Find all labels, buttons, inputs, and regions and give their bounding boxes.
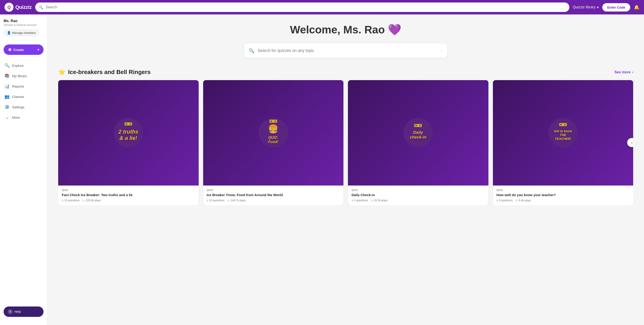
- thumbnail-text: QUIZ: Food!: [261, 134, 285, 146]
- questions-icon: ≡: [496, 199, 498, 202]
- help-icon: ?: [8, 309, 13, 314]
- search-icon: 🔍: [249, 48, 254, 53]
- sidebar-item-label: Explore: [12, 64, 24, 68]
- sidebar-item-classes[interactable]: 👥 Classes: [0, 91, 47, 102]
- card-badge: QUIZ: [62, 189, 195, 191]
- main-content: Welcome, Ms. Rao 💜 🔍 › ⭐ Ice-breakers an…: [47, 15, 644, 325]
- quiz-card[interactable]: B⚡S 2 truths & a lie! QUIZ Fact Check Ic…: [58, 80, 199, 205]
- cards-row: B⚡S 2 truths & a lie! QUIZ Fact Check Ic…: [58, 80, 633, 205]
- questions-icon: ≡: [352, 199, 353, 202]
- card-meta: ≡ 3 questions ▷ 63.3k plays: [352, 199, 485, 202]
- welcome-heading: Welcome, Ms. Rao 💜: [58, 24, 633, 36]
- plays-icon: ▷: [83, 199, 85, 202]
- plays-icon: ▷: [516, 199, 518, 202]
- sidebar-item-explore[interactable]: 🔍 Explore: [0, 60, 47, 71]
- sidebar-item-more[interactable]: ⌄ More: [0, 112, 47, 123]
- navbar-right: Quizziz library ▾ Enter Code 🔔: [573, 3, 640, 12]
- manage-icon: 👤: [7, 31, 11, 35]
- manage-label: Manage members: [12, 31, 36, 35]
- navbar: Q Quizziz 🔍 Quizziz library ▾ Enter Code…: [0, 0, 644, 15]
- chevron-right-icon: ›: [632, 70, 633, 74]
- manage-members-button[interactable]: 👤 Manage members: [4, 29, 39, 36]
- questions-icon: ≡: [62, 199, 63, 202]
- bts-badge: B⚡S: [124, 122, 132, 126]
- create-button[interactable]: ⊕ Create ▾: [4, 45, 44, 55]
- content-search-bar[interactable]: 🔍 ›: [244, 43, 447, 58]
- explore-icon: 🔍: [4, 63, 10, 68]
- card-plays: 8.4k plays: [519, 199, 531, 202]
- search-input[interactable]: [46, 5, 566, 9]
- sidebar-item-label: Settings: [12, 105, 24, 109]
- notification-bell-button[interactable]: 🔔: [634, 5, 640, 10]
- thumbnail-text: Daily check-in: [406, 128, 430, 142]
- create-label: Create: [13, 48, 24, 52]
- bts-badge: B⚡S: [559, 123, 567, 126]
- card-title: Daily Check-in: [352, 193, 485, 197]
- card-plays: 229.6k plays: [86, 199, 101, 202]
- card-thumbnail: B⚡S Get to know THE TEACHER!: [493, 80, 634, 186]
- bts-badge: B⚡S: [270, 120, 277, 123]
- heart-emoji: 💜: [388, 24, 401, 36]
- sidebar-item-label: Classes: [12, 95, 24, 99]
- quiz-search-input[interactable]: [258, 48, 438, 53]
- plays-icon: ▷: [371, 199, 373, 202]
- card-questions: 10 questions: [64, 199, 80, 202]
- card-title: How well do you know your teacher?: [496, 193, 630, 197]
- food-emoji: 🍔: [268, 124, 278, 134]
- star-icon: ⭐: [58, 69, 66, 76]
- see-more-button[interactable]: See more ›: [614, 70, 633, 74]
- card-meta: ≡ 10 questions ▷ 229.6k plays: [62, 199, 195, 202]
- card-meta: ≡ 10 questions ▷ 146.7k plays: [207, 199, 340, 202]
- card-badge: QUIZ: [496, 189, 630, 191]
- questions-icon: ≡: [207, 199, 208, 202]
- help-label: Help: [14, 310, 21, 313]
- card-meta: ≡ 5 questions ▷ 8.4k plays: [496, 199, 630, 202]
- section-header: ⭐ Ice-breakers and Bell Ringers See more…: [58, 69, 633, 76]
- thumbnail-text: Get to know THE TEACHER!: [551, 128, 575, 142]
- chevron-down-icon: ▾: [597, 5, 599, 10]
- user-section: Ms. Rao Schools & Districts account 👤 Ma…: [0, 19, 47, 41]
- user-name: Ms. Rao: [4, 19, 44, 23]
- settings-icon: ⚙️: [4, 105, 10, 110]
- navbar-search[interactable]: 🔍: [35, 3, 569, 12]
- classes-icon: 👥: [4, 94, 10, 99]
- sidebar-item-label: My library: [12, 74, 27, 78]
- chevron-down-icon: ▾: [38, 48, 39, 52]
- logo-text: Quizziz: [15, 4, 32, 10]
- card-plays: 63.3k plays: [374, 199, 388, 202]
- sidebar: Ms. Rao Schools & Districts account 👤 Ma…: [0, 15, 47, 325]
- main-layout: Ms. Rao Schools & Districts account 👤 Ma…: [0, 15, 644, 325]
- sidebar-item-settings[interactable]: ⚙️ Settings: [0, 102, 47, 112]
- thumbnail-text: 2 truths & a lie!: [116, 127, 140, 144]
- sidebar-item-reports[interactable]: 📊 Reports: [0, 81, 47, 91]
- quiz-card[interactable]: B⚡S Daily check-in QUIZ Daily Check-in ≡…: [348, 80, 488, 205]
- card-thumbnail: B⚡S Daily check-in: [348, 80, 488, 186]
- section-title: ⭐ Ice-breakers and Bell Ringers: [58, 69, 151, 76]
- sidebar-item-my-library[interactable]: 📚 My library: [0, 71, 47, 81]
- sidebar-item-label: Reports: [12, 84, 24, 88]
- library-button[interactable]: Quizziz library ▾: [573, 5, 599, 10]
- chevron-down-icon: ⌄: [4, 115, 10, 120]
- logo-icon: Q: [4, 3, 14, 12]
- card-badge: QUIZ: [352, 189, 485, 191]
- search-icon: 🔍: [39, 5, 43, 10]
- library-label: Quizziz library: [573, 5, 596, 9]
- plays-icon: ▷: [228, 199, 230, 202]
- library-icon: 📚: [4, 73, 10, 78]
- enter-code-button[interactable]: Enter Code: [602, 3, 630, 12]
- sidebar-item-label: More: [12, 116, 20, 119]
- quiz-card[interactable]: B⚡S 🍔 QUIZ: Food! QUIZ Ice Breaker Trivi…: [203, 80, 344, 205]
- card-title: Fact Check Ice Breaker: Two truths and a…: [62, 193, 195, 197]
- user-account: Schools & Districts account: [4, 24, 44, 27]
- quiz-card[interactable]: B⚡S Get to know THE TEACHER! QUIZ How we…: [493, 80, 634, 205]
- see-more-label: See more: [614, 70, 631, 74]
- card-questions: 5 questions: [499, 199, 513, 202]
- plus-icon: ⊕: [8, 47, 12, 52]
- help-button[interactable]: ? Help: [4, 306, 44, 317]
- reports-icon: 📊: [4, 84, 10, 89]
- card-thumbnail: B⚡S 2 truths & a lie!: [58, 80, 199, 186]
- card-plays: 146.7k plays: [231, 199, 246, 202]
- section-title-text: Ice-breakers and Bell Ringers: [68, 69, 151, 76]
- logo: Q Quizziz: [4, 3, 32, 12]
- nav-items: 🔍 Explore 📚 My library 📊 Reports 👥 Class…: [0, 59, 47, 303]
